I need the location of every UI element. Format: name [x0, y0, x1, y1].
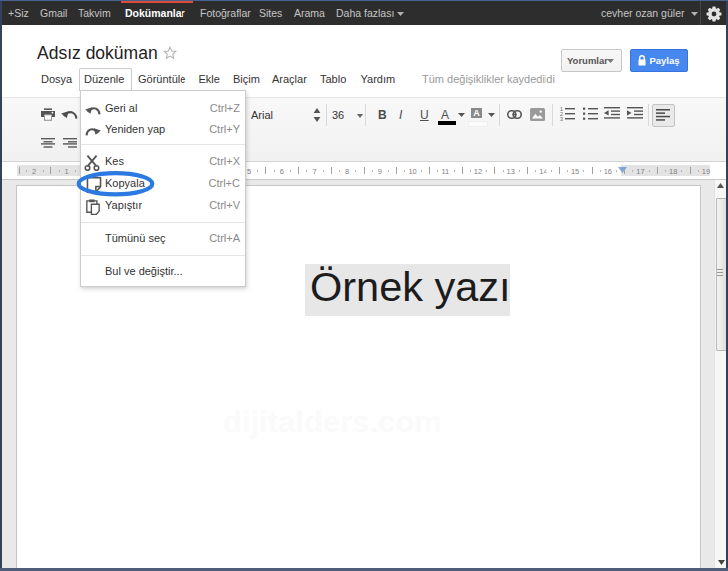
svg-text:3: 3 — [560, 116, 563, 121]
